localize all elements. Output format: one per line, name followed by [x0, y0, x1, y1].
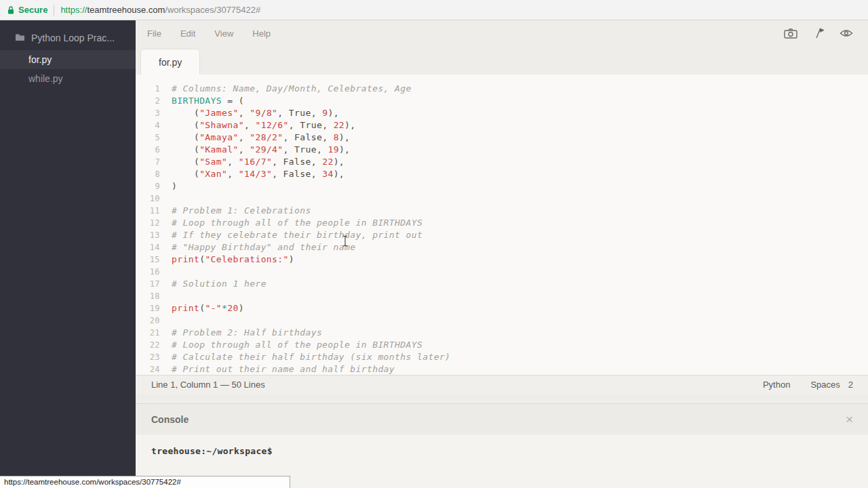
terminal-prompt: treehouse:~/workspace$ — [151, 446, 273, 456]
line-number: 8 — [136, 168, 160, 180]
menu-edit[interactable]: Edit — [180, 28, 195, 39]
editor-statusbar: Line 1, Column 1 — 50 Lines Python Space… — [136, 375, 868, 394]
line-number: 2 — [136, 95, 160, 107]
code-line: 2BIRTHDAYS = ( — [136, 95, 868, 107]
line-number: 15 — [136, 253, 160, 266]
url-path: /workspaces/30775422# — [165, 5, 260, 15]
line-number: 23 — [136, 351, 160, 363]
code-line: 22# Loop through all of the people in BI… — [136, 339, 868, 351]
line-number: 3 — [136, 107, 160, 119]
url-text[interactable]: https://teamtreehouse.com/workspaces/307… — [60, 5, 260, 15]
code-line: 5 ("Amaya", "28/2", False, 8), — [136, 131, 868, 144]
code-line: 4 ("Shawna", "12/6", True, 22), — [136, 119, 868, 131]
code-line: 18 — [136, 290, 868, 302]
line-number: 20 — [136, 314, 160, 327]
code-line: 20 — [136, 314, 868, 327]
code-line: 3 ("James", "9/8", True, 9), — [136, 107, 868, 119]
line-number: 17 — [136, 278, 160, 290]
close-icon[interactable]: × — [846, 413, 853, 426]
code-line: 6 ("Kamal", "29/4", True, 19), — [136, 144, 868, 156]
menu-view[interactable]: View — [214, 28, 233, 39]
sidebar-item-for-py[interactable]: for.py — [0, 50, 136, 69]
menu-help[interactable]: Help — [252, 28, 271, 39]
line-number: 16 — [136, 266, 160, 278]
console-title: Console — [151, 414, 189, 425]
project-folder[interactable]: Python Loop Prac... — [0, 27, 136, 50]
line-number: 4 — [136, 119, 160, 131]
indent-mode[interactable]: Spaces — [810, 380, 840, 390]
line-number: 7 — [136, 156, 160, 168]
address-separator — [54, 5, 54, 16]
line-number: 12 — [136, 217, 160, 229]
line-number: 24 — [136, 363, 160, 375]
browser-address-bar[interactable]: Secure https://teamtreehouse.com/workspa… — [0, 0, 868, 20]
code-line: 12# Loop through all of the people in BI… — [136, 217, 868, 229]
code-line: 24# Print out their name and half birthd… — [136, 363, 868, 375]
statusbar-right: Python Spaces 2 — [763, 380, 853, 390]
camera-icon[interactable] — [784, 28, 797, 39]
code-line: 7 ("Sam", "16/7", False, 22), — [136, 156, 868, 168]
code-line: 23# Calculate their half birthday (six m… — [136, 351, 868, 363]
line-number: 11 — [136, 205, 160, 217]
code-line: 8 ("Xan", "14/3", False, 34), — [136, 168, 868, 180]
menu-file[interactable]: File — [147, 28, 161, 39]
line-number: 22 — [136, 339, 160, 351]
language-selector[interactable]: Python — [763, 380, 790, 390]
indent-size[interactable]: 2 — [848, 380, 853, 390]
sidebar-item-while-py[interactable]: while.py — [0, 69, 136, 88]
menubar: File Edit View Help — [136, 20, 868, 46]
code-line: 1# Columns: Name, Day/Month, Celebrates,… — [136, 83, 868, 95]
editor-code[interactable]: 1# Columns: Name, Day/Month, Celebrates,… — [136, 75, 868, 375]
code-line: 10 — [136, 192, 868, 205]
line-number: 19 — [136, 302, 160, 314]
code-line: 15print("Celebrations:") — [136, 253, 868, 266]
code-line: 9) — [136, 180, 868, 192]
project-name: Python Loop Prac... — [31, 33, 115, 43]
eye-icon[interactable] — [840, 28, 853, 38]
line-number: 6 — [136, 144, 160, 156]
url-scheme: https:// — [60, 5, 87, 15]
console-header[interactable]: Console × — [136, 403, 868, 434]
mouse-text-cursor — [342, 235, 349, 249]
browser-status-url: https://teamtreehouse.com/workspaces/307… — [0, 476, 290, 488]
code-line: 14# "Happy Birthday" and their name — [136, 241, 868, 253]
file-sidebar: Python Loop Prac... for.py while.py — [0, 20, 136, 488]
tab-strip: for.py — [136, 46, 868, 75]
toolbar-icons — [784, 28, 853, 39]
line-number: 14 — [136, 241, 160, 253]
code-line: 17# Solution 1 here — [136, 278, 868, 290]
line-number: 5 — [136, 131, 160, 144]
cursor-position: Line 1, Column 1 — 50 Lines — [151, 380, 265, 390]
line-number: 10 — [136, 192, 160, 205]
line-number: 13 — [136, 229, 160, 241]
code-line: 21# Problem 2: Half birthdays — [136, 327, 868, 339]
workspace: Python Loop Prac... for.py while.py File… — [0, 20, 868, 488]
code-line: 13# If they celebrate their birthday, pr… — [136, 229, 868, 241]
flag-icon[interactable] — [813, 28, 824, 39]
code-line: 19print("-"*20) — [136, 302, 868, 314]
tab-for-py[interactable]: for.py — [140, 49, 200, 75]
url-host: teamtreehouse.com — [87, 5, 165, 15]
line-number: 9 — [136, 180, 160, 192]
code-line: 16 — [136, 266, 868, 278]
line-number: 18 — [136, 290, 160, 302]
folder-icon — [15, 33, 25, 43]
code-line: 11# Problem 1: Celebrations — [136, 205, 868, 217]
editor-main: File Edit View Help — [136, 20, 868, 488]
lock-icon — [7, 5, 15, 15]
line-number: 21 — [136, 327, 160, 339]
secure-badge: Secure — [18, 5, 47, 15]
line-number: 1 — [136, 83, 160, 95]
